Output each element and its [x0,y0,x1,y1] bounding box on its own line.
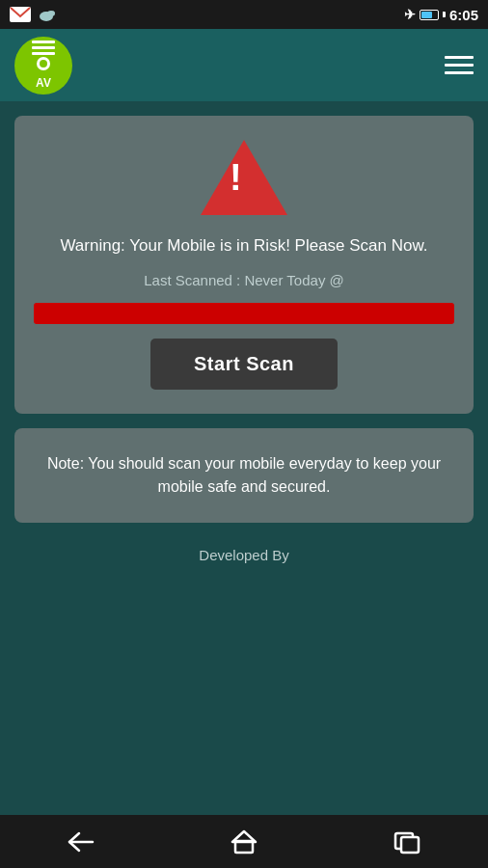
status-right-icons: ✈ 6:05 [404,7,478,23]
logo-lines [32,41,55,55]
recents-button[interactable] [393,829,420,854]
note-card: Note: You should scan your mobile everyd… [14,428,474,523]
battery-tip [443,12,446,17]
progress-bar [34,303,454,324]
airplane-icon: ✈ [404,7,416,22]
bird-icon [37,7,56,22]
gmail-icon [10,7,31,22]
status-time: 6:05 [449,7,478,23]
home-icon [230,829,258,854]
hamburger-line-3 [445,71,474,74]
last-scanned-text: Last Scanned : Never Today @ [144,272,344,288]
svg-rect-8 [401,837,419,853]
main-content: Warning: Your Mobile is in Risk! Please … [0,101,488,815]
home-button[interactable] [230,829,258,854]
recents-icon [393,829,420,854]
warning-triangle-icon [201,140,287,215]
back-arrow-icon [68,831,95,853]
logo-label: AV [36,76,51,90]
start-scan-button[interactable]: Start Scan [150,339,338,390]
hamburger-line-1 [445,56,474,59]
app-logo: AV [14,37,72,95]
svg-point-3 [52,12,55,14]
note-text: Note: You should scan your mobile everyd… [34,452,454,499]
status-bar: ✈ 6:05 [0,0,488,29]
bottom-nav [0,815,488,868]
logo-dot [37,57,50,70]
hamburger-line-2 [445,64,474,67]
status-left-icons [10,7,56,22]
hamburger-menu[interactable] [445,56,474,74]
battery-icon [420,10,439,20]
back-button[interactable] [68,831,95,853]
scan-card: Warning: Your Mobile is in Risk! Please … [14,116,474,414]
warning-text: Warning: Your Mobile is in Risk! Please … [60,234,427,258]
developed-by-text: Developed By [14,537,474,573]
app-header: AV [0,29,488,101]
